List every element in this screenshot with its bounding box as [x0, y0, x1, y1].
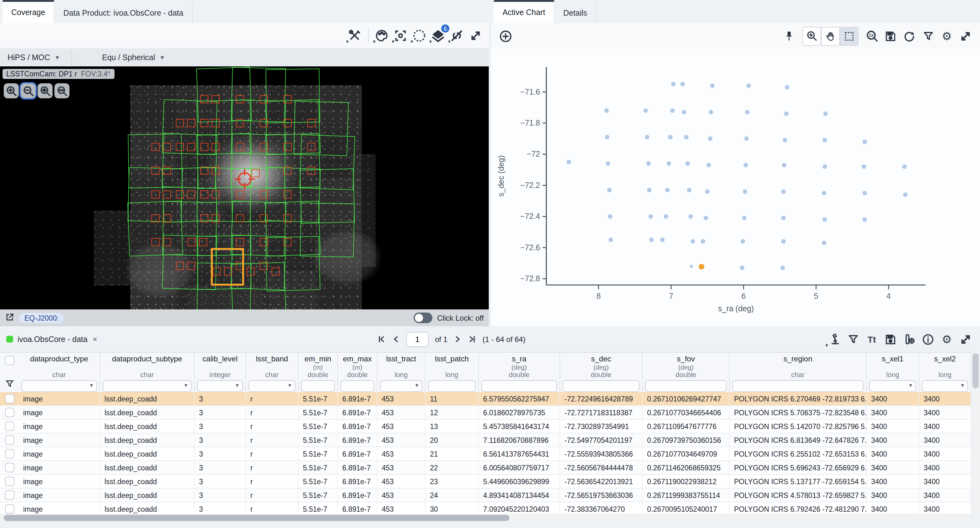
- data-point[interactable]: [567, 160, 571, 164]
- color-palette-icon[interactable]: ▾: [372, 26, 391, 45]
- data-point[interactable]: [682, 110, 686, 114]
- row-checkbox[interactable]: [5, 435, 14, 445]
- zoom-in-icon[interactable]: [4, 83, 19, 98]
- unlink-icon[interactable]: ▾: [447, 26, 466, 45]
- column-header-s_xel1[interactable]: s_xel1long▼: [867, 353, 919, 392]
- expand-chart-icon[interactable]: [956, 27, 975, 45]
- zoom-out-icon[interactable]: [21, 83, 36, 98]
- inspect-icon[interactable]: ▾: [825, 330, 843, 349]
- data-point[interactable]: [740, 266, 744, 270]
- data-point[interactable]: [862, 139, 867, 144]
- data-point[interactable]: [743, 190, 747, 194]
- data-point[interactable]: [701, 239, 705, 244]
- data-point[interactable]: [704, 216, 708, 220]
- column-filter-calib_level[interactable]: ▼: [197, 380, 243, 392]
- data-point[interactable]: [688, 214, 693, 219]
- column-filter-em_max[interactable]: [340, 380, 374, 392]
- row-checkbox[interactable]: [5, 504, 14, 514]
- tab-data-product[interactable]: Data Product: ivoa.ObsCore - data: [54, 3, 193, 23]
- data-point[interactable]: [687, 188, 691, 192]
- column-filter-s_region[interactable]: [732, 380, 864, 392]
- scatter-chart[interactable]: −71.6−71.8−72−72.2−72.4−72.6−72.887654s_…: [491, 49, 980, 326]
- row-checkbox[interactable]: [5, 490, 14, 500]
- data-point[interactable]: [862, 217, 867, 222]
- data-point[interactable]: [665, 188, 670, 192]
- data-point[interactable]: [606, 161, 610, 166]
- recenter-icon[interactable]: ▾: [391, 26, 410, 45]
- data-point[interactable]: [744, 136, 748, 140]
- column-header-em_min[interactable]: em_min(m)double: [299, 353, 338, 392]
- info-icon[interactable]: [919, 330, 937, 349]
- data-point[interactable]: [709, 110, 713, 114]
- column-header-dataproduct_subtype[interactable]: dataproduct_subtypechar▼: [100, 353, 195, 392]
- data-point[interactable]: [646, 161, 651, 166]
- data-point[interactable]: [607, 188, 611, 192]
- data-point[interactable]: [781, 239, 786, 244]
- data-point[interactable]: [663, 214, 668, 219]
- data-point[interactable]: [680, 82, 685, 86]
- chart-zoom-icon[interactable]: [802, 27, 821, 45]
- column-filter-em_min[interactable]: [301, 380, 335, 392]
- data-point[interactable]: [743, 163, 748, 167]
- save-table-icon[interactable]: [881, 330, 900, 349]
- zoom-original-icon[interactable]: 1x: [862, 27, 881, 45]
- zoom-fill-icon[interactable]: [54, 83, 70, 98]
- table-row[interactable]: imagelsst.deep_coadd3r5.51e-76.891e-7453…: [0, 392, 980, 406]
- last-page-icon[interactable]: [468, 335, 476, 343]
- data-point[interactable]: [649, 214, 653, 219]
- data-point[interactable]: [822, 241, 826, 245]
- column-filter-s_xel1[interactable]: ▼: [869, 380, 916, 392]
- table-row[interactable]: imagelsst.deep_coadd3r5.51e-76.891e-7453…: [0, 406, 980, 420]
- chart-box-select-icon[interactable]: [840, 27, 859, 45]
- expand-table-icon[interactable]: [956, 330, 975, 349]
- column-header-lsst_patch[interactable]: lsst_patchlong: [426, 353, 479, 392]
- data-point[interactable]: [708, 136, 713, 140]
- zoom-fit-icon[interactable]: [38, 83, 52, 98]
- column-filter-lsst_band[interactable]: ▼: [248, 380, 295, 392]
- filter-table-icon[interactable]: [843, 330, 862, 349]
- selected-data-point[interactable]: [699, 264, 704, 269]
- data-point[interactable]: [780, 266, 785, 270]
- data-point[interactable]: [686, 161, 690, 166]
- tab-details[interactable]: Details: [554, 3, 597, 23]
- data-point[interactable]: [667, 161, 671, 166]
- column-header-dataproduct_type[interactable]: dataproduct_typechar▼: [19, 353, 100, 392]
- tools-icon[interactable]: ▾: [345, 26, 364, 45]
- data-point[interactable]: [649, 238, 654, 242]
- sky-map[interactable]: LSSTComCam: DP1 r FOV:3.4°: [0, 66, 489, 309]
- column-filter-s_dec[interactable]: [563, 380, 640, 392]
- data-point[interactable]: [781, 216, 786, 220]
- row-checkbox[interactable]: [5, 463, 14, 472]
- data-point[interactable]: [684, 135, 688, 139]
- data-point[interactable]: [823, 112, 827, 116]
- table-row[interactable]: imagelsst.deep_coadd3r5.51e-76.891e-7453…: [0, 475, 980, 488]
- data-point[interactable]: [862, 191, 867, 195]
- table-settings-icon[interactable]: ⚙: [937, 330, 956, 349]
- data-point[interactable]: [902, 164, 907, 169]
- vertical-scrollbar[interactable]: [971, 352, 980, 514]
- data-point[interactable]: [705, 190, 710, 194]
- data-point[interactable]: [782, 163, 786, 167]
- pin-chart-icon[interactable]: [780, 27, 799, 45]
- table-row[interactable]: imagelsst.deep_coadd3r5.51e-76.891e-7453…: [0, 434, 980, 447]
- column-filter-s_ra[interactable]: [481, 380, 557, 392]
- chart-settings-icon[interactable]: ⚙: [937, 27, 956, 45]
- data-point[interactable]: [783, 138, 787, 142]
- save-chart-icon[interactable]: [881, 27, 900, 45]
- column-header-s_ra[interactable]: s_ra(deg)double: [479, 353, 560, 392]
- column-filter-dataproduct_subtype[interactable]: ▼: [103, 380, 191, 392]
- row-checkbox[interactable]: [5, 394, 14, 404]
- table-row[interactable]: imagelsst.deep_coadd3r5.51e-76.891e-7453…: [0, 420, 980, 434]
- row-checkbox[interactable]: [5, 408, 14, 417]
- data-point[interactable]: [643, 108, 648, 113]
- data-point[interactable]: [710, 83, 714, 88]
- data-point[interactable]: [742, 216, 746, 220]
- table-row[interactable]: imagelsst.deep_coadd3r5.51e-76.891e-7453…: [0, 461, 980, 475]
- prev-page-icon[interactable]: [392, 335, 400, 343]
- close-table-icon[interactable]: ×: [92, 335, 97, 344]
- column-header-lsst_band[interactable]: lsst_bandchar▼: [246, 353, 299, 392]
- table-row[interactable]: imagelsst.deep_coadd3r5.51e-76.891e-7453…: [0, 447, 980, 461]
- refresh-chart-icon[interactable]: [900, 27, 919, 45]
- data-point[interactable]: [741, 239, 745, 244]
- column-filter-dataproduct_type[interactable]: ▼: [21, 380, 97, 392]
